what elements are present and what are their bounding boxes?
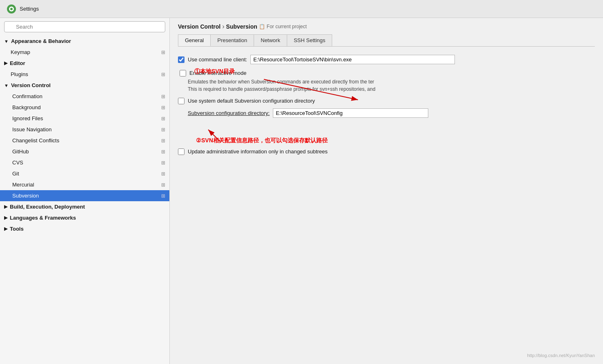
copy-icon: ⊞ — [161, 127, 165, 133]
expand-arrow: ▼ — [4, 39, 9, 44]
use-system-default-checkbox[interactable] — [178, 98, 184, 104]
annotation2-arrow — [188, 124, 392, 148]
config-dir-label: Subversion configuration directory: — [188, 110, 270, 116]
nav-item-plugins[interactable]: Plugins ⊞ — [0, 69, 169, 80]
nav-label: Editor — [10, 60, 25, 66]
app-icon — [7, 4, 16, 14]
tab-presentation[interactable]: Presentation — [210, 34, 254, 46]
search-area: 🔍 — [0, 18, 169, 36]
update-admin-checkbox[interactable] — [178, 148, 184, 155]
nav-item-languages-frameworks[interactable]: ▶ Languages & Frameworks — [0, 212, 169, 223]
copy-icon: ⊞ — [161, 182, 165, 188]
nav-item-issue-navigation[interactable]: Issue Navigation ⊞ — [0, 124, 169, 135]
nav-item-ignored-files[interactable]: Ignored Files ⊞ — [0, 113, 169, 124]
expand-arrow: ▼ — [4, 83, 9, 88]
command-line-row: Use command line client: ①本地SVN目录 — [178, 55, 595, 64]
expand-arrow: ▶ — [4, 204, 7, 209]
config-dir-row: Subversion configuration directory: — [188, 108, 595, 118]
expand-arrow: ▶ — [4, 215, 7, 220]
expand-arrow: ▶ — [4, 226, 7, 231]
command-line-path-input[interactable] — [250, 55, 455, 64]
nav-item-confirmation[interactable]: Confirmation ⊞ — [0, 91, 169, 102]
copy-icon: ⊞ — [161, 171, 165, 177]
copy-icon: ⊞ — [161, 138, 165, 144]
nav-label: CVS — [12, 160, 23, 166]
annotation1-label: ①本地SVN目录 — [194, 68, 235, 75]
project-icon: 📋 — [259, 24, 265, 29]
nav-item-subversion[interactable]: Subversion ⊞ — [0, 190, 169, 201]
nav-label: Issue Navigation — [12, 126, 52, 133]
copy-icon: ⊞ — [161, 94, 165, 99]
tab-general[interactable]: General — [178, 34, 211, 46]
tab-network[interactable]: Network — [254, 34, 287, 46]
nav-item-cvs[interactable]: CVS ⊞ — [0, 157, 169, 168]
expand-arrow: ▶ — [4, 61, 7, 66]
nav-item-changelist-conflicts[interactable]: Changelist Conflicts ⊞ — [0, 135, 169, 146]
breadcrumb-part1: Version Control — [178, 23, 220, 30]
content-area: 🔍 ▼ Appearance & Behavior Keymap ⊞ ▶ Edi… — [0, 18, 603, 364]
settings-window: Settings 🔍 ▼ Appearance & Behavior Keyma… — [0, 0, 603, 364]
nav-label: Git — [12, 171, 19, 177]
nav-item-git[interactable]: Git ⊞ — [0, 168, 169, 179]
breadcrumb-sep: › — [222, 23, 224, 30]
nav-label: Confirmation — [12, 93, 43, 99]
copy-icon: ⊞ — [161, 72, 165, 77]
nav-label: Tools — [10, 226, 24, 232]
breadcrumb: Version Control › Subversion 📋 For curre… — [178, 23, 595, 30]
update-admin-label[interactable]: Update administrative information only i… — [188, 148, 328, 155]
copy-icon: ⊞ — [161, 149, 165, 155]
tab-ssh-settings[interactable]: SSH Settings — [287, 34, 332, 46]
nav-label: Build, Execution, Deployment — [10, 204, 85, 210]
copy-icon: ⊞ — [161, 49, 165, 55]
nav-item-appearance-behavior[interactable]: ▼ Appearance & Behavior — [0, 36, 169, 47]
window-title: Settings — [20, 6, 39, 12]
nav-label: Plugins — [11, 71, 28, 77]
nav-item-keymap[interactable]: Keymap ⊞ — [0, 47, 169, 58]
search-wrapper: 🔍 — [4, 21, 165, 32]
nav-label: Mercurial — [12, 182, 34, 188]
main-body: Use command line client: ①本地SVN目录 — [170, 47, 603, 364]
nav-label: GitHub — [12, 148, 29, 155]
sidebar: 🔍 ▼ Appearance & Behavior Keymap ⊞ ▶ Edi… — [0, 18, 170, 364]
enable-interactive-row: Enable interactive mode — [180, 70, 595, 76]
use-command-line-checkbox[interactable] — [178, 56, 184, 63]
main-header: Version Control › Subversion 📋 For curre… — [170, 18, 603, 47]
nav-label: Keymap — [11, 49, 30, 55]
nav-label: Version Control — [11, 82, 51, 88]
for-project-label: 📋 For current project — [259, 24, 307, 29]
svg-point-2 — [10, 8, 13, 10]
update-admin-row: Update administrative information only i… — [178, 148, 595, 155]
breadcrumb-part2: Subversion — [226, 23, 257, 30]
description-text: Emulates the behavior when Subversion co… — [188, 78, 595, 93]
nav-label: Changelist Conflicts — [12, 137, 59, 144]
watermark: http://blog.csdn.net/KyunYanShan — [527, 353, 595, 358]
use-system-default-label[interactable]: Use system default Subversion configurat… — [188, 98, 315, 104]
copy-icon: ⊞ — [161, 116, 165, 121]
nav-label: Ignored Files — [12, 115, 43, 121]
nav-label: Background — [12, 104, 40, 110]
main-panel: Version Control › Subversion 📋 For curre… — [170, 18, 603, 364]
nav-label: Subversion — [12, 193, 39, 199]
copy-icon: ⊞ — [161, 193, 165, 199]
copy-icon: ⊞ — [161, 105, 165, 110]
annotation2-container: ②SVN相关配置信息路径，也可以勾选保存默认路径 — [188, 124, 595, 144]
nav-item-tools[interactable]: ▶ Tools — [0, 223, 169, 234]
enable-interactive-checkbox[interactable] — [180, 70, 186, 76]
nav-item-github[interactable]: GitHub ⊞ — [0, 146, 169, 157]
annotation2-text: ②SVN相关配置信息路径，也可以勾选保存默认路径 — [196, 137, 595, 144]
use-command-line-label[interactable]: Use command line client: — [188, 56, 247, 63]
nav-item-build-execution[interactable]: ▶ Build, Execution, Deployment — [0, 201, 169, 212]
nav-item-version-control[interactable]: ▼ Version Control — [0, 80, 169, 91]
nav-item-mercurial[interactable]: Mercurial ⊞ — [0, 179, 169, 190]
config-dir-input[interactable] — [273, 108, 428, 118]
nav-label: Languages & Frameworks — [10, 215, 76, 221]
nav-item-background[interactable]: Background ⊞ — [0, 102, 169, 113]
nav-label: Appearance & Behavior — [11, 38, 71, 44]
system-default-row: Use system default Subversion configurat… — [178, 98, 595, 104]
search-input[interactable] — [4, 21, 165, 32]
title-bar: Settings — [0, 0, 603, 18]
nav-item-editor[interactable]: ▶ Editor — [0, 58, 169, 69]
copy-icon: ⊞ — [161, 160, 165, 166]
tabs-bar: General Presentation Network SSH Setting… — [178, 34, 595, 47]
